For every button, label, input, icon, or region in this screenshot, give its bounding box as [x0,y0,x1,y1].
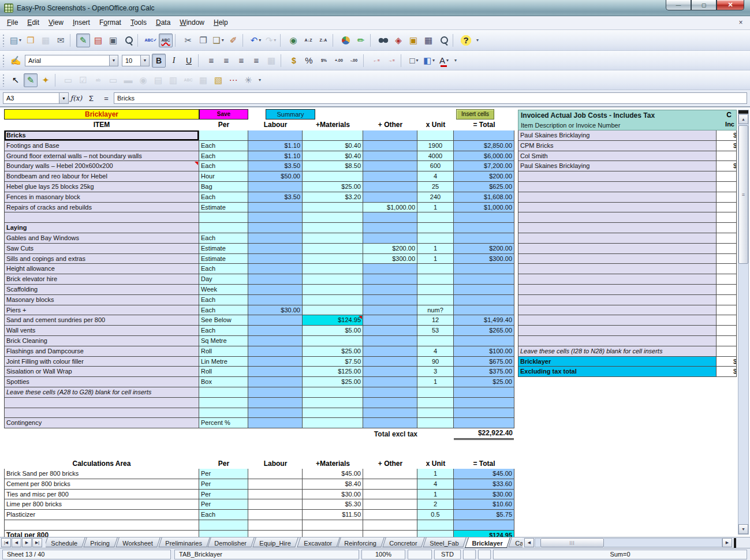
menu-view[interactable]: View [44,16,68,29]
cell-item[interactable]: Piers + [4,305,199,316]
cell-other[interactable] [363,326,417,336]
cell-unit[interactable] [417,336,454,346]
cell-description[interactable] [518,223,717,233]
menu-file[interactable]: File [2,16,23,29]
cell-other[interactable] [363,479,417,490]
print-icon[interactable]: ▣ [106,33,120,47]
toolbar-grip[interactable] [2,34,6,47]
chevron-down-icon[interactable]: ▼ [140,55,149,66]
cell-unit[interactable]: 1 [417,244,454,254]
cell-other[interactable] [363,357,417,367]
cell-per[interactable]: Each [199,233,248,244]
cell-per[interactable]: Each [199,264,248,274]
cell-per[interactable]: Each [199,295,248,305]
cell-labour[interactable] [248,520,303,531]
cell-other[interactable] [363,233,417,244]
menu-data[interactable]: Data [151,16,175,29]
cell-other[interactable] [363,223,417,233]
cell-item[interactable]: Fences in masonary block [4,192,199,203]
bricklayer-title-cell[interactable]: Bricklayer [4,109,199,120]
toolbar-grip[interactable] [2,74,6,87]
cell-description[interactable] [518,336,717,346]
close-button[interactable]: ✕ [717,0,744,10]
cell-other[interactable] [363,408,417,419]
cell-materials[interactable] [303,130,363,141]
cell-total[interactable] [454,264,514,274]
cell-other[interactable] [363,130,417,141]
cell-total[interactable] [454,408,514,419]
cell-description[interactable] [518,212,717,223]
cell-item[interactable]: Sand and cement sundries per 800 [4,315,199,326]
cell-description[interactable]: Excluding tax total [518,367,717,377]
formatted-field-icon[interactable]: ▭ [106,73,120,87]
cell-labour[interactable] [248,244,303,254]
cell-item[interactable]: Repairs of cracks and rebuilds [4,203,199,213]
cell-amount[interactable] [717,336,737,346]
paste-icon[interactable]: ❑ [211,33,225,47]
edit-file-icon[interactable]: ✎ [76,33,90,47]
cell-per[interactable]: Estimate [199,203,248,213]
cell-other[interactable] [363,141,417,151]
cell-description[interactable] [518,315,717,326]
cell-materials[interactable] [303,223,363,233]
cell-materials[interactable] [303,264,363,274]
gallery-icon[interactable]: ▣ [406,33,420,47]
option-button-icon[interactable]: ◉ [136,73,150,87]
cell-per[interactable]: Per [199,469,248,479]
cell-item[interactable] [4,520,199,531]
cell-unit[interactable] [417,285,454,295]
cell-total[interactable] [454,418,514,428]
cell-other[interactable] [363,336,417,346]
push-button-icon[interactable]: ▬ [121,73,135,87]
cell-amount[interactable]: $ [717,367,737,377]
scrollbar-thumb[interactable]: ≡ [738,125,748,264]
sheet-tab[interactable]: Excavator [297,537,339,547]
cell-per[interactable] [199,223,248,233]
cell-amount[interactable] [717,192,737,203]
cell-item[interactable]: Flashings and Dampcourse [4,346,199,357]
cell-labour[interactable] [248,223,303,233]
export-pdf-icon[interactable]: ▤ [91,33,105,47]
cell-amount[interactable]: $ [717,141,737,151]
cell-total[interactable]: $2,850.00 [454,141,514,151]
cell-per[interactable]: Percent % [199,418,248,428]
cell-per[interactable]: Per [199,479,248,490]
cell-materials[interactable] [303,418,363,428]
cell-amount[interactable] [717,285,737,295]
sheet-tab[interactable]: Schedule [46,537,85,547]
cell-total[interactable] [454,130,514,141]
cell-item[interactable]: Sisalation or Wall Wrap [4,367,199,377]
cell-labour[interactable]: $3.50 [248,192,303,203]
cell-per[interactable]: Roll [199,346,248,357]
cell-labour[interactable] [248,182,303,192]
cell-unit[interactable]: 4000 [417,151,454,162]
label-field-icon[interactable]: ABC [181,73,195,87]
cell-item[interactable]: Bricks [4,130,199,141]
currency-format-button[interactable]: $ [287,54,301,68]
cell-item[interactable]: Hebel glue lays 25 blocks 25kg [4,182,199,192]
auto-focus-icon[interactable]: ✳ [241,73,255,87]
cell-materials[interactable]: $25.00 [303,346,363,357]
cell-per[interactable]: Box [199,377,248,387]
navigator-icon[interactable]: ◈ [391,33,405,47]
cell-unit[interactable] [417,223,454,233]
cell-unit[interactable] [417,233,454,244]
cell-materials[interactable] [303,254,363,264]
cell-description[interactable] [518,203,717,213]
cell-unit[interactable]: 1900 [417,141,454,151]
cell-materials[interactable] [303,336,363,346]
cell-amount[interactable] [717,182,737,192]
cell-unit[interactable]: 90 [417,357,454,367]
cell-total[interactable]: $124.95 [454,531,514,537]
last-sheet-button[interactable]: ▶| [32,538,42,547]
total-excl-tax-value[interactable]: $22,922.40 [454,428,514,440]
cell-materials[interactable]: $25.00 [303,182,363,192]
cell-item[interactable] [4,212,199,223]
sum-icon[interactable]: Σ [84,94,99,103]
borders-button[interactable]: □ [407,54,421,68]
cell-amount[interactable] [717,151,737,162]
cell-total[interactable]: $6,000.00 [454,151,514,162]
cell-per[interactable]: Lin Metre [199,357,248,367]
checkbox-icon[interactable]: ☑ [76,73,90,87]
cell-other[interactable] [363,490,417,500]
